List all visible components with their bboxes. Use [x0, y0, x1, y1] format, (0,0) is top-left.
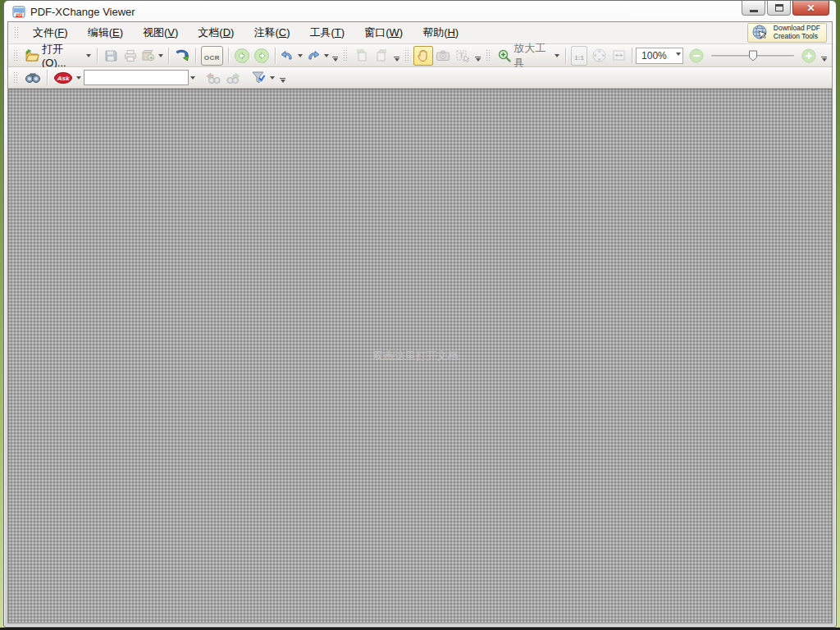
toolbar-separator — [195, 48, 196, 64]
menu-file[interactable]: 文件(F) — [23, 22, 78, 43]
go-forward-button[interactable] — [252, 46, 272, 66]
save-button[interactable] — [101, 46, 121, 66]
menubar-grip[interactable] — [14, 26, 18, 39]
search-button[interactable] — [22, 68, 43, 88]
open-dropdown-arrow — [86, 54, 91, 60]
toolbar-overflow-button[interactable] — [332, 57, 338, 66]
search-toolbar: Ask — [8, 67, 832, 89]
download-pdf-tools-label: Download PDFCreation Tools — [774, 25, 820, 41]
toolbar-overflow-button[interactable] — [475, 57, 481, 66]
menu-comments[interactable]: 注释(C) — [244, 22, 299, 43]
window-controls: ✕ — [740, 1, 829, 16]
redo-button[interactable] — [304, 46, 330, 66]
export-dropdown-arrow — [158, 54, 163, 60]
zoom-out-icon — [689, 48, 704, 63]
ask-dropdown-arrow — [76, 76, 81, 82]
toolbar-separator — [168, 48, 169, 64]
back-icon — [234, 48, 250, 64]
zoom-slider[interactable] — [711, 48, 794, 64]
redo-dropdown-arrow — [324, 54, 329, 60]
zoom-level-dropdown-arrow — [676, 52, 681, 58]
document-area[interactable]: 双击这里打开文档... — [8, 89, 832, 623]
forward-icon — [253, 48, 270, 64]
zoom-level-combobox[interactable]: 100% — [636, 48, 683, 64]
scan-button[interactable] — [172, 46, 192, 66]
toolbar-separator — [97, 48, 98, 64]
toolbar-separator — [632, 48, 632, 64]
menu-help[interactable]: 帮助(H) — [413, 22, 468, 43]
zoom-in-button[interactable] — [799, 46, 819, 66]
maximize-button[interactable] — [767, 1, 791, 16]
export-icon — [141, 49, 155, 62]
search-previous-icon — [204, 71, 221, 84]
toolbar-grip-file[interactable] — [13, 49, 17, 62]
rotate-cw-button[interactable] — [372, 46, 391, 66]
search-history-dropdown-arrow[interactable] — [190, 76, 195, 82]
main-toolbar: 打开(O)... — [8, 44, 832, 67]
search-previous-button[interactable] — [202, 68, 223, 88]
zoom-magnifier-icon — [497, 48, 512, 63]
hand-tool-icon — [416, 48, 431, 63]
rotate-ccw-icon — [354, 48, 369, 62]
rotate-cw-icon — [374, 48, 389, 62]
menu-window[interactable]: 窗口(W) — [354, 22, 413, 43]
open-button[interactable]: 打开(O)... — [22, 46, 94, 66]
download-pdf-tools-button[interactable]: Download PDFCreation Tools — [747, 23, 827, 43]
search-input[interactable] — [84, 70, 189, 85]
close-button[interactable]: ✕ — [792, 1, 829, 16]
toolbar-grip-tools[interactable] — [404, 49, 409, 62]
search-binoculars-icon — [25, 71, 41, 84]
ask-search-provider-button[interactable]: Ask — [51, 68, 84, 88]
ocr-icon: OCR — [201, 46, 223, 66]
search-next-button[interactable] — [223, 68, 244, 88]
go-back-button[interactable] — [232, 46, 252, 66]
toolbar-overflow-button[interactable] — [821, 57, 827, 66]
toolbar-overflow-button[interactable] — [280, 78, 285, 88]
toolbar-grip-zoom[interactable] — [486, 49, 490, 62]
zoom-tool-label: 放大工具 — [514, 41, 550, 71]
snapshot-tool-button[interactable] — [433, 46, 453, 66]
search-next-icon — [226, 71, 242, 84]
undo-dropdown-arrow — [298, 54, 303, 60]
export-button[interactable] — [140, 46, 165, 66]
title-bar[interactable]: PDF PDF-XChange Viewer ✕ — [7, 1, 833, 21]
select-text-tool-button[interactable]: T — [453, 46, 472, 66]
ocr-button[interactable]: OCR — [199, 46, 225, 66]
undo-button[interactable] — [279, 46, 304, 66]
ask-logo-icon: Ask — [53, 71, 73, 84]
rotate-ccw-button[interactable] — [352, 46, 372, 66]
toolbar-grip-rotate[interactable] — [343, 49, 347, 62]
menu-edit[interactable]: 编辑(E) — [78, 22, 133, 43]
filter-dropdown-arrow — [270, 76, 275, 82]
open-document-hint: 双击这里打开文档... — [373, 349, 468, 363]
svg-text:PDF: PDF — [16, 13, 23, 17]
redo-icon — [306, 49, 321, 62]
zoom-out-button[interactable] — [687, 46, 706, 66]
search-filter-button[interactable] — [248, 68, 277, 88]
menu-tools[interactable]: 工具(T) — [300, 22, 355, 43]
scan-icon — [175, 49, 189, 62]
fit-width-button[interactable] — [609, 46, 628, 66]
svg-text:Ask: Ask — [57, 75, 70, 82]
minimize-button[interactable] — [742, 1, 765, 16]
print-button[interactable] — [121, 46, 140, 66]
close-icon: ✕ — [806, 3, 815, 13]
zoom-tool-button[interactable]: 放大工具 — [495, 46, 562, 66]
open-button-label: 打开(O)... — [42, 42, 80, 69]
toolbar-separator — [47, 70, 48, 86]
fit-page-icon — [592, 48, 606, 62]
select-text-icon: T — [455, 49, 470, 62]
camera-icon — [436, 49, 450, 62]
undo-icon — [280, 49, 294, 62]
fit-page-button[interactable] — [589, 46, 609, 66]
zoom-slider-thumb[interactable] — [748, 50, 757, 62]
menu-view[interactable]: 视图(V) — [133, 22, 188, 43]
menu-bar: 文件(F) 编辑(E) 视图(V) 文档(D) 注释(C) 工具(T) 窗口(W… — [8, 22, 832, 44]
toolbar-grip-search[interactable] — [13, 71, 17, 84]
toolbar-separator — [275, 48, 276, 64]
hand-tool-button[interactable] — [413, 46, 433, 66]
window-title: PDF-XChange Viewer — [30, 6, 135, 18]
toolbar-overflow-button[interactable] — [394, 57, 399, 66]
menu-document[interactable]: 文档(D) — [188, 22, 244, 43]
actual-size-button[interactable]: 1:1 — [569, 46, 589, 66]
